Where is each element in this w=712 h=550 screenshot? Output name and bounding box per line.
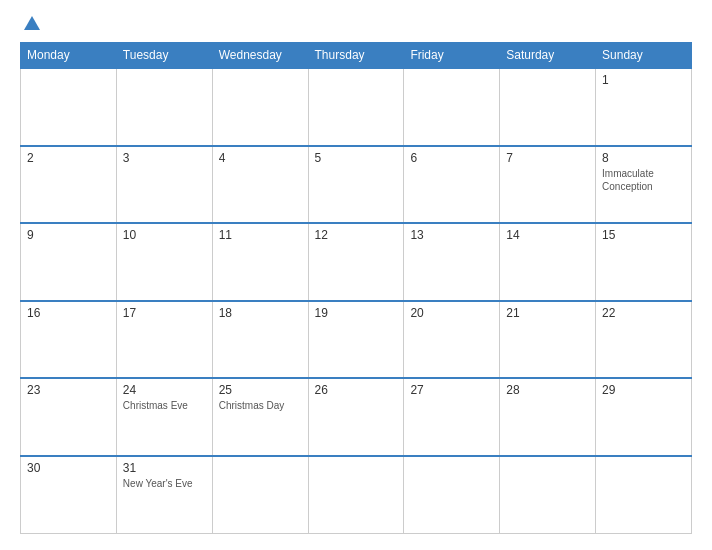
day-number: 6 <box>410 151 493 165</box>
day-number: 1 <box>602 73 685 87</box>
day-number: 14 <box>506 228 589 242</box>
calendar-cell: 5 <box>308 146 404 224</box>
week-row: 9101112131415 <box>21 223 692 301</box>
day-number: 23 <box>27 383 110 397</box>
calendar-cell: 17 <box>116 301 212 379</box>
day-number: 20 <box>410 306 493 320</box>
day-number: 16 <box>27 306 110 320</box>
calendar-cell <box>212 68 308 146</box>
calendar-cell <box>308 456 404 534</box>
calendar-cell: 12 <box>308 223 404 301</box>
week-row: 2324Christmas Eve25Christmas Day26272829 <box>21 378 692 456</box>
weekday-header-saturday: Saturday <box>500 43 596 69</box>
calendar-cell: 20 <box>404 301 500 379</box>
calendar-cell: 28 <box>500 378 596 456</box>
calendar-cell: 4 <box>212 146 308 224</box>
logo-triangle-icon <box>24 16 40 30</box>
calendar-cell <box>500 456 596 534</box>
holiday-label: Christmas Day <box>219 399 302 412</box>
day-number: 5 <box>315 151 398 165</box>
week-row: 1 <box>21 68 692 146</box>
weekday-header-thursday: Thursday <box>308 43 404 69</box>
holiday-label: Christmas Eve <box>123 399 206 412</box>
calendar-cell <box>596 456 692 534</box>
calendar-cell: 30 <box>21 456 117 534</box>
calendar-cell: 24Christmas Eve <box>116 378 212 456</box>
calendar-cell: 18 <box>212 301 308 379</box>
day-number: 8 <box>602 151 685 165</box>
calendar-cell: 3 <box>116 146 212 224</box>
calendar-header <box>20 16 692 32</box>
weekday-header-wednesday: Wednesday <box>212 43 308 69</box>
week-row: 16171819202122 <box>21 301 692 379</box>
calendar-cell <box>404 68 500 146</box>
calendar-cell: 21 <box>500 301 596 379</box>
day-number: 21 <box>506 306 589 320</box>
calendar-cell <box>404 456 500 534</box>
day-number: 28 <box>506 383 589 397</box>
day-number: 2 <box>27 151 110 165</box>
calendar-cell: 27 <box>404 378 500 456</box>
day-number: 17 <box>123 306 206 320</box>
calendar-cell: 6 <box>404 146 500 224</box>
calendar-cell: 9 <box>21 223 117 301</box>
weekday-header-monday: Monday <box>21 43 117 69</box>
calendar-cell: 1 <box>596 68 692 146</box>
calendar-cell <box>212 456 308 534</box>
day-number: 9 <box>27 228 110 242</box>
holiday-label: New Year's Eve <box>123 477 206 490</box>
calendar-cell <box>308 68 404 146</box>
calendar-cell: 14 <box>500 223 596 301</box>
calendar-cell: 10 <box>116 223 212 301</box>
day-number: 30 <box>27 461 110 475</box>
day-number: 25 <box>219 383 302 397</box>
calendar-cell: 31New Year's Eve <box>116 456 212 534</box>
logo <box>20 16 40 32</box>
holiday-label: Immaculate Conception <box>602 167 685 193</box>
day-number: 11 <box>219 228 302 242</box>
day-number: 7 <box>506 151 589 165</box>
day-number: 22 <box>602 306 685 320</box>
week-row: 3031New Year's Eve <box>21 456 692 534</box>
day-number: 27 <box>410 383 493 397</box>
day-number: 31 <box>123 461 206 475</box>
weekday-header-row: MondayTuesdayWednesdayThursdayFridaySatu… <box>21 43 692 69</box>
calendar-cell: 2 <box>21 146 117 224</box>
calendar-table: MondayTuesdayWednesdayThursdayFridaySatu… <box>20 42 692 534</box>
calendar-cell: 11 <box>212 223 308 301</box>
weekday-header-sunday: Sunday <box>596 43 692 69</box>
day-number: 19 <box>315 306 398 320</box>
calendar-cell <box>116 68 212 146</box>
calendar-cell: 16 <box>21 301 117 379</box>
calendar-cell <box>21 68 117 146</box>
calendar-cell: 25Christmas Day <box>212 378 308 456</box>
calendar-cell: 7 <box>500 146 596 224</box>
day-number: 15 <box>602 228 685 242</box>
day-number: 29 <box>602 383 685 397</box>
day-number: 3 <box>123 151 206 165</box>
day-number: 4 <box>219 151 302 165</box>
calendar-cell: 22 <box>596 301 692 379</box>
day-number: 26 <box>315 383 398 397</box>
day-number: 18 <box>219 306 302 320</box>
calendar-cell: 23 <box>21 378 117 456</box>
calendar-cell: 19 <box>308 301 404 379</box>
calendar-cell: 13 <box>404 223 500 301</box>
calendar-cell: 15 <box>596 223 692 301</box>
day-number: 24 <box>123 383 206 397</box>
day-number: 12 <box>315 228 398 242</box>
day-number: 13 <box>410 228 493 242</box>
calendar-cell: 8Immaculate Conception <box>596 146 692 224</box>
weekday-header-friday: Friday <box>404 43 500 69</box>
calendar-cell: 29 <box>596 378 692 456</box>
calendar-cell: 26 <box>308 378 404 456</box>
calendar-cell <box>500 68 596 146</box>
calendar-page: MondayTuesdayWednesdayThursdayFridaySatu… <box>0 0 712 550</box>
day-number: 10 <box>123 228 206 242</box>
week-row: 2345678Immaculate Conception <box>21 146 692 224</box>
weekday-header-tuesday: Tuesday <box>116 43 212 69</box>
